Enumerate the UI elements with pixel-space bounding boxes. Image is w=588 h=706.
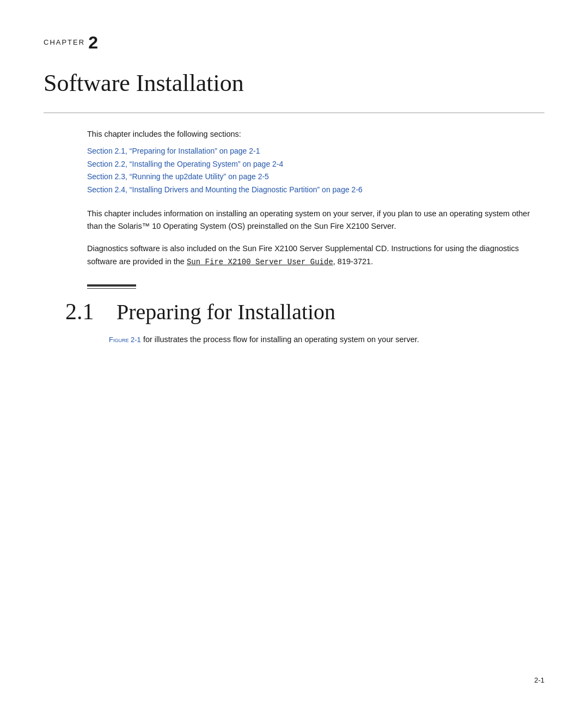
toc-links: Section 2.1, “Preparing for Installation…: [87, 145, 544, 197]
toc-link-1[interactable]: Section 2.1, “Preparing for Installation…: [87, 145, 544, 158]
section-rule-thick: [87, 284, 136, 287]
chapter-number: 2: [88, 33, 99, 52]
page: Chapter2 Software Installation This chap…: [0, 0, 588, 706]
intro-text: This chapter includes the following sect…: [87, 129, 544, 141]
toc-link-2[interactable]: Section 2.2, “Installing the Operating S…: [87, 158, 544, 171]
section-title: Preparing for Installation: [117, 299, 335, 325]
section-body: Figure 2-1 for illustrates the process f…: [109, 333, 544, 346]
chapter-label: Chapter2: [44, 33, 544, 53]
figure-link[interactable]: Figure 2-1: [109, 336, 141, 344]
paragraph-2: Diagnostics software is also included on…: [87, 242, 544, 268]
toc-link-4[interactable]: Section 2.4, “Installing Drivers and Mou…: [87, 184, 544, 197]
code-reference: Sun Fire X2100 Server User Guide: [187, 258, 333, 266]
page-number: 2-1: [534, 676, 544, 684]
section-heading-row: 2.1 Preparing for Installation: [65, 299, 544, 325]
title-divider: [44, 112, 544, 113]
chapter-header: Chapter2: [44, 33, 544, 53]
paragraph-1: This chapter includes information on ins…: [87, 208, 544, 233]
section-divider: [87, 284, 544, 289]
chapter-title: Software Installation: [44, 69, 544, 97]
section-number: 2.1: [65, 299, 103, 325]
chapter-word: Chapter: [44, 38, 85, 46]
section-rule-thin: [87, 288, 136, 289]
toc-link-3[interactable]: Section 2.3, “Running the up2date Utilit…: [87, 171, 544, 184]
